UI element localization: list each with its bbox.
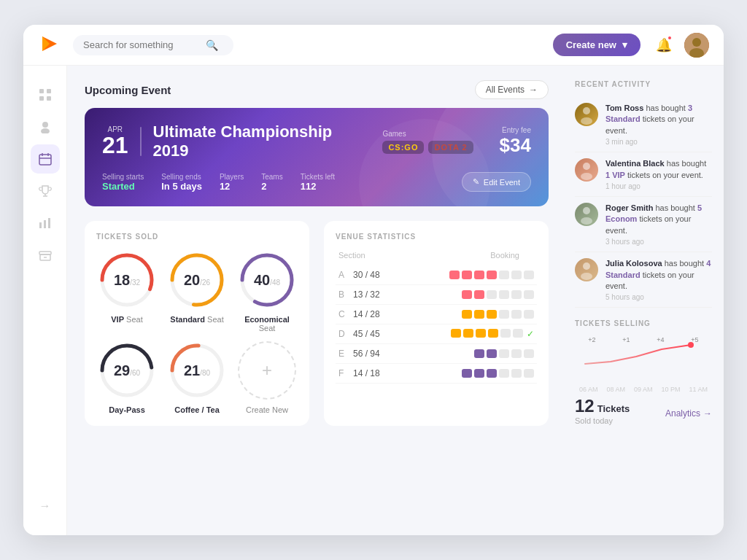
seat-empty [499,349,509,358]
sidebar-item-archive[interactable] [31,241,60,270]
chart-delta: +5 [691,336,698,343]
seat-empty [524,271,534,279]
sidebar-item-user[interactable] [31,112,60,141]
seat-empty [499,290,509,299]
body: → Upcoming Event All Events → APR 21 [23,66,724,535]
arrow-right-icon: → [529,85,538,95]
sidebar-item-chart[interactable] [31,209,60,238]
seat-filled [462,271,472,279]
seat-filled [474,369,484,378]
activity-avatar [575,258,598,281]
event-bottom: Selling starts Started Selling ends In 5… [102,172,531,192]
seat-filled [449,271,460,279]
circle-label-3: Day-Pass [109,405,145,414]
svg-point-33 [583,107,590,114]
tickets-sold-section: TICKETS SOLD 18/32 VIP Seat 20 [85,221,309,426]
chart-delta: +4 [657,336,664,343]
circle-item-5[interactable]: + Create New [236,341,298,414]
sidebar-item-trophy[interactable] [31,176,60,206]
venue-section-label: E [338,349,353,359]
circle-label-4: Coffee / Tea [174,405,220,414]
activity-text: Julia Kolosova has bought 4 Standard tic… [605,258,712,301]
activity-time: 3 min ago [605,138,712,146]
seat-filled [462,369,472,378]
edit-event-button[interactable]: ✎ Edit Event [462,172,531,192]
create-new-button[interactable]: Create new ▾ [553,34,640,56]
search-input[interactable] [83,39,200,50]
event-top: APR 21 Ultimate Championship 2019 Games … [102,122,531,160]
circle-wrap-1: 20/26 [168,251,226,309]
venue-rows: A 30 / 48 B 13 / 32 C 14 / 28 D 45 / 45 … [336,265,537,384]
sidebar-item-logout[interactable]: → [31,491,60,521]
event-stat-teams: Teams 2 [261,173,282,192]
circle-item-0: 18/32 VIP Seat [96,251,158,332]
circle-item-4: 21/80 Coffee / Tea [166,341,228,414]
chart-delta: +2 [588,336,595,343]
notification-button[interactable]: 🔔 [652,34,676,57]
activity-item: Roger Smith has bought 5 Econom tickets … [575,197,712,252]
event-stat-tickets-left: Tickets left 112 [301,173,335,192]
seat-icons [404,290,534,299]
chart-label: 10 PM [661,386,680,393]
add-circle-button[interactable]: + [238,341,296,400]
checkmark-icon: ✓ [527,329,534,339]
chart-label: 08 AM [606,386,625,393]
arrow-icon: → [703,408,712,419]
chart-label: 06 AM [579,386,598,393]
activity-item: Tom Ross has bought 3 Standard tickets o… [575,97,712,152]
circle-item-3: 29/60 Day-Pass [96,341,158,414]
svg-rect-16 [39,222,42,228]
venue-row: B 13 / 32 [336,285,537,305]
venue-stats-title: VENUE STATISTICS [336,233,537,241]
chevron-down-icon: ▾ [622,39,627,50]
circle-item-2: 40/48 Economical Seat [236,251,298,332]
all-events-button[interactable]: All Events → [475,80,549,99]
circle-center-2: 40/48 [254,272,280,289]
svg-rect-6 [39,96,44,101]
event-divider [140,127,142,156]
venue-booking: 14 / 28 [353,309,404,319]
mini-chart: +2+1+4+5 [575,336,712,380]
seat-empty [524,290,534,299]
circle-wrap-4: 21/80 [168,341,226,400]
circle-center-1: 20/26 [184,272,210,289]
logo[interactable] [38,32,61,58]
activity-time: 1 hour ago [605,182,712,190]
venue-table-header: Section Booking [336,251,537,260]
sidebar-item-calendar[interactable] [31,144,60,174]
venue-booking: 30 / 48 [353,270,404,280]
tickets-count: 12 [575,396,595,416]
seat-filled [487,310,497,319]
svg-point-37 [581,173,592,180]
tickets-sold-title: TICKETS SOLD [96,233,298,241]
seat-empty [511,349,522,358]
circle-center-0: 18/32 [114,272,140,289]
seat-filled [474,349,484,358]
seat-empty [499,310,509,319]
header-icons: 🔔 [652,33,709,58]
seat-empty [511,271,522,279]
circle-wrap-2: 40/48 [238,251,296,309]
upcoming-event-title: Upcoming Event [85,84,171,96]
upcoming-event-header: Upcoming Event All Events → [85,80,549,99]
event-title: Ultimate Championship 2019 [153,122,371,160]
svg-point-9 [41,128,50,133]
activity-item: Julia Kolosova has bought 4 Standard tic… [575,252,712,308]
search-icon: 🔍 [206,39,218,51]
activity-text: Tom Ross has bought 3 Standard tickets o… [605,103,712,146]
venue-section-label: D [338,329,353,339]
seat-icons [404,369,534,378]
venue-section-label: F [338,368,353,378]
seat-empty [511,369,522,378]
chart-label: 09 AM [634,386,653,393]
venue-booking: 56 / 94 [353,349,404,359]
seat-filled [474,271,484,279]
chart-deltas: +2+1+4+5 [575,336,712,343]
avatar[interactable] [684,33,709,58]
entry-fee: Entry fee $34 [500,126,531,157]
analytics-link[interactable]: Analytics → [665,408,712,419]
sidebar-item-grid[interactable] [31,80,60,109]
activity-avatar [575,203,598,226]
chart-label: 11 AM [689,386,708,393]
chart-labels: 06 AM08 AM09 AM10 PM11 AM [575,386,712,393]
